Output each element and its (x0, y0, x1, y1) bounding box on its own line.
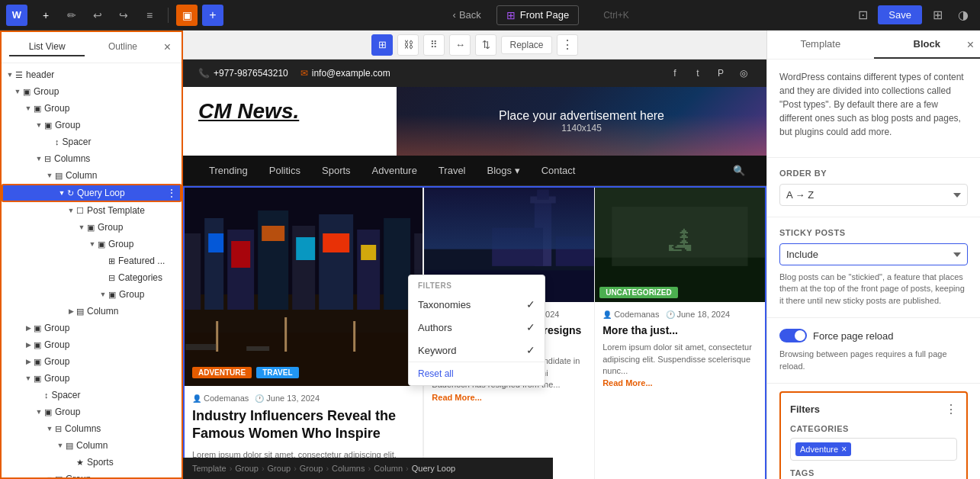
preview-button[interactable]: ⊡ (852, 5, 873, 26)
tree-toggle[interactable]: ▼ (34, 407, 44, 417)
tab-block[interactable]: Block (874, 31, 981, 59)
read-more-2[interactable]: Read More... (602, 378, 652, 387)
filter-option-taxonomies[interactable]: Taxonomies ✓ (409, 293, 545, 316)
tree-toggle[interactable]: ▶ (23, 323, 34, 333)
link-button[interactable]: ⛓ (397, 34, 419, 56)
tree-toggle[interactable]: ▼ (23, 373, 34, 384)
tree-toggle-header[interactable]: ▼ (5, 69, 15, 80)
breadcrumb-column[interactable]: Column (374, 464, 403, 473)
categories-input-area[interactable]: Adventure × (790, 438, 957, 461)
align-button[interactable]: ↔ (449, 34, 471, 56)
tree-toggle[interactable]: ▼ (44, 423, 55, 434)
sidebar-item-sports[interactable]: ★ Sports (2, 454, 182, 471)
tab-template[interactable]: Template (767, 31, 874, 59)
transform-button[interactable]: ⇅ (475, 34, 496, 56)
sidebar-item-spacer1[interactable]: ↕ Spacer (2, 133, 182, 150)
filter-option-keyword[interactable]: Keyword ✓ (409, 339, 545, 362)
redo-button[interactable]: ↪ (113, 5, 134, 26)
nav-adventure[interactable]: Adventure (361, 156, 428, 185)
sticky-posts-select[interactable]: Include Exclude Only (779, 243, 968, 265)
breadcrumb-group2[interactable]: Group (268, 464, 291, 473)
back-button[interactable]: ‹ Back (447, 6, 487, 24)
tree-toggle[interactable]: ▼ (23, 103, 34, 114)
tree-toggle[interactable]: ▼ (87, 239, 98, 249)
template-button[interactable]: ▣ (176, 5, 198, 26)
breadcrumb-template[interactable]: Template (192, 464, 227, 473)
tools-button[interactable]: ✏ (61, 5, 82, 26)
tab-list-view[interactable]: List View (9, 38, 85, 56)
tree-toggle[interactable]: ▼ (56, 188, 67, 198)
sidebar-item-group1[interactable]: ▼ ▣ Group (2, 83, 182, 100)
tree-toggle[interactable]: ▼ (44, 170, 55, 181)
panel-close-button[interactable]: × (967, 38, 974, 52)
tree-toggle[interactable]: ▼ (34, 153, 44, 164)
sidebar-item-group11[interactable]: ▼ ▣ Group (2, 403, 182, 420)
tree-toggle[interactable]: ▼ (12, 86, 23, 97)
sidebar-item-group3[interactable]: ▼ ▣ Group (2, 117, 182, 133)
nav-contact[interactable]: Contact (531, 156, 586, 185)
sidebar-item-spacer2[interactable]: ↕ Spacer (2, 387, 182, 403)
nav-politics[interactable]: Politics (259, 156, 311, 185)
page-selector[interactable]: ⊞ Front Page (496, 5, 579, 25)
sidebar-item-categories[interactable]: ⊟ Categories (2, 269, 182, 286)
sidebar-item-columns1[interactable]: ▼ ⊟ Columns (2, 150, 182, 167)
tree-toggle[interactable]: ▶ (66, 306, 76, 317)
drag-handle[interactable]: ⠿ (423, 34, 445, 56)
force-reload-toggle[interactable] (779, 329, 807, 342)
logo-button[interactable]: W (6, 5, 27, 26)
order-by-select[interactable]: A → Z Z → A Date (779, 184, 968, 206)
sidebar-item-column3[interactable]: ▼ ▤ Column (2, 437, 182, 454)
sidebar-item-column2[interactable]: ▶ ▤ Column (2, 303, 182, 320)
more-options-button[interactable]: ⋮ (166, 187, 177, 199)
sidebar-item-column1[interactable]: ▼ ▤ Column (2, 167, 182, 184)
settings-panel-toggle[interactable]: ⊞ (927, 5, 948, 26)
sidebar-item-group4[interactable]: ▼ ▣ Group (2, 219, 182, 236)
tree-toggle[interactable]: ▼ (55, 440, 66, 451)
breadcrumb-query-loop[interactable]: Query Loop (412, 464, 455, 473)
filters-more-button[interactable]: ⋮ (945, 402, 957, 416)
canvas-scroll[interactable]: 📞 +977-9876543210 ✉ info@example.com f t… (183, 59, 766, 479)
more-options-canvas-button[interactable]: ⋮ (557, 34, 578, 56)
sidebar-item-featured[interactable]: ⊞ Featured ... (2, 252, 182, 269)
sidebar-item-group12[interactable]: ▼ ▣ Group (2, 471, 182, 477)
breadcrumb-group3[interactable]: Group (300, 464, 323, 473)
sidebar-close-button[interactable]: × (161, 40, 174, 54)
nav-trending[interactable]: Trending (198, 156, 259, 185)
tree-toggle[interactable]: ▼ (34, 120, 44, 130)
list-view-toggle[interactable]: ≡ (139, 5, 160, 26)
sidebar-item-query-loop[interactable]: ▼ ↻ Query Loop ⋮ (2, 184, 182, 202)
save-button[interactable]: Save (878, 5, 922, 24)
filter-option-authors[interactable]: Authors ✓ (409, 316, 545, 339)
nav-blogs[interactable]: Blogs ▾ (477, 156, 531, 185)
sidebar-item-group10[interactable]: ▼ ▣ Group (2, 370, 182, 387)
sidebar-item-group6[interactable]: ▼ ▣ Group (2, 286, 182, 303)
nav-search-button[interactable]: 🔍 (727, 159, 751, 182)
sidebar-item-group8[interactable]: ▶ ▣ Group (2, 336, 182, 353)
tree-toggle[interactable]: ▼ (98, 289, 108, 300)
nav-travel[interactable]: Travel (428, 156, 477, 185)
toggle-view-button[interactable]: ⊞ (371, 34, 393, 56)
breadcrumb-columns[interactable]: Columns (332, 464, 365, 473)
tree-toggle[interactable]: ▶ (23, 356, 34, 367)
theme-toggle[interactable]: ◑ (953, 5, 974, 26)
tree-toggle[interactable]: ▼ (66, 205, 76, 216)
sidebar-item-post-template[interactable]: ▼ ☐ Post Template (2, 202, 182, 219)
nav-sports[interactable]: Sports (311, 156, 361, 185)
tab-outline[interactable]: Outline (85, 38, 160, 56)
undo-button[interactable]: ↩ (87, 5, 108, 26)
breadcrumb-group1[interactable]: Group (235, 464, 259, 473)
replace-button[interactable]: Replace (501, 36, 551, 54)
sidebar-item-columns2[interactable]: ▼ ⊟ Columns (2, 420, 182, 437)
sidebar-item-group7[interactable]: ▶ ▣ Group (2, 320, 182, 336)
sidebar-item-header[interactable]: ▼ ☰ header (2, 66, 182, 83)
sidebar-item-group5[interactable]: ▼ ▣ Group (2, 236, 182, 252)
tree-toggle[interactable]: ▶ (23, 339, 34, 350)
tree-toggle[interactable]: ▼ (76, 222, 87, 233)
sidebar-item-group2[interactable]: ▼ ▣ Group (2, 100, 182, 117)
read-more-1[interactable]: Read More... (432, 393, 481, 402)
filter-reset-button[interactable]: Reset all (409, 362, 545, 385)
sidebar-item-group9[interactable]: ▶ ▣ Group (2, 353, 182, 370)
tree-toggle[interactable]: ▼ (44, 474, 55, 477)
add-block-button[interactable]: + (35, 5, 56, 26)
insert-button[interactable]: + (202, 5, 223, 26)
